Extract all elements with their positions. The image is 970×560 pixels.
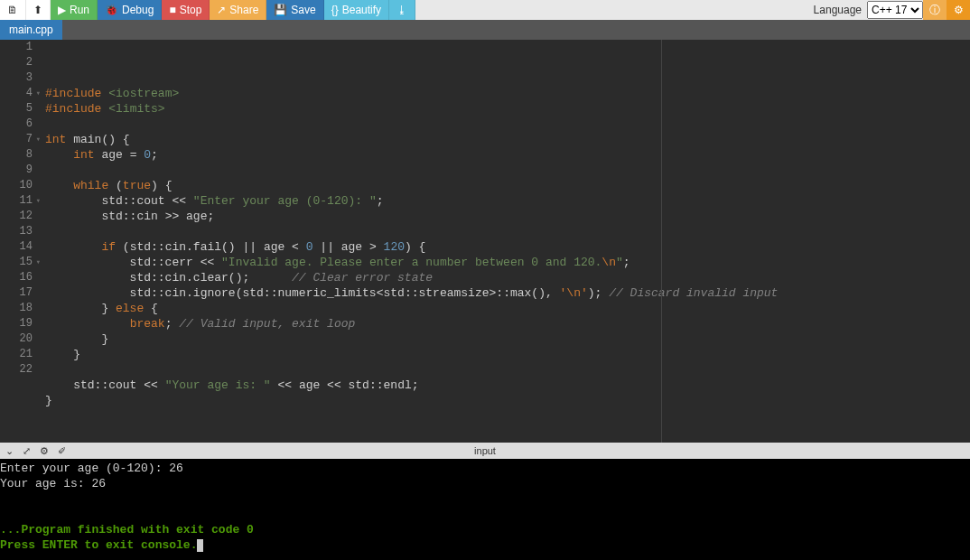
line-number: 2	[0, 55, 33, 70]
code-line: #include <iostream>	[45, 86, 970, 101]
line-number: 19	[0, 316, 33, 331]
console-exit-line: ...Program finished with exit code 0	[0, 523, 254, 537]
file-icon: 🗎	[7, 4, 18, 16]
tab-main-cpp[interactable]: main.cpp	[0, 20, 62, 40]
line-number: 18	[0, 301, 33, 316]
share-icon: ↗	[217, 4, 226, 16]
run-label: Run	[70, 4, 89, 16]
console-output[interactable]: Enter your age (0-120): 26 Your age is: …	[0, 459, 970, 560]
share-button[interactable]: ↗Share	[210, 0, 266, 20]
stop-icon: ■	[169, 4, 175, 16]
code-line: }	[45, 393, 970, 408]
bug-icon: 🐞	[105, 4, 118, 16]
toolbar-spacer	[415, 0, 808, 20]
gear-icon: ⚙	[954, 4, 964, 16]
save-icon: 💾	[274, 4, 287, 16]
line-number: 3	[0, 70, 33, 86]
code-line: break; // Valid input, exit loop	[45, 316, 970, 331]
line-number: 20	[0, 331, 33, 347]
new-file-button[interactable]: 🗎	[0, 0, 26, 20]
code-line	[45, 362, 970, 378]
line-number: 10	[0, 178, 33, 193]
line-number: 13	[0, 224, 33, 239]
line-number: 21	[0, 347, 33, 362]
code-line: std::cin >> age;	[45, 209, 970, 224]
download-icon: ⭳	[396, 4, 407, 16]
braces-icon: {}	[331, 4, 339, 16]
code-line: int main() {	[45, 132, 970, 147]
code-line: while (true) {	[45, 178, 970, 193]
code-line: }	[45, 331, 970, 347]
code-line	[45, 117, 970, 132]
save-button[interactable]: 💾Save	[266, 0, 323, 20]
info-icon: ⓘ	[929, 3, 940, 18]
line-number: 5	[0, 101, 33, 117]
code-line: }	[45, 347, 970, 362]
code-line	[45, 408, 970, 424]
collapse-button[interactable]: ⌄	[5, 445, 14, 457]
console-prompt-line: Press ENTER to exit console.	[0, 538, 197, 552]
clear-console-button[interactable]: ✐	[58, 445, 66, 457]
code-line: } else {	[45, 301, 970, 316]
line-number: 15	[0, 255, 33, 270]
line-gutter: 12345678910111213141516171819202122	[0, 40, 40, 443]
info-button[interactable]: ⓘ	[923, 0, 947, 20]
code-line	[45, 224, 970, 239]
line-number: 17	[0, 285, 33, 301]
console-header: ⌄ ⤢ ⚙ ✐ input	[0, 443, 970, 459]
code-line	[45, 163, 970, 178]
line-number: 4	[0, 86, 33, 101]
console-title: input	[474, 445, 496, 456]
line-number: 9	[0, 163, 33, 178]
tab-label: main.cpp	[9, 23, 53, 36]
line-number: 14	[0, 239, 33, 255]
code-editor[interactable]: 12345678910111213141516171819202122 #inc…	[0, 40, 970, 443]
console-line: Your age is: 26	[0, 477, 106, 490]
expand-button[interactable]: ⤢	[23, 445, 31, 457]
debug-button[interactable]: 🐞Debug	[98, 0, 162, 20]
code-line: #include <limits>	[45, 101, 970, 117]
code-line: std::cin.clear(); // Clear error state	[45, 270, 970, 285]
line-number: 6	[0, 117, 33, 132]
tab-bar: main.cpp	[0, 20, 970, 40]
download-button[interactable]: ⭳	[389, 0, 415, 20]
stop-label: Stop	[180, 4, 202, 16]
console-controls: ⌄ ⤢ ⚙ ✐	[0, 445, 71, 457]
beautify-button[interactable]: {}Beautify	[324, 0, 389, 20]
code-line: int age = 0;	[45, 147, 970, 163]
save-label: Save	[291, 4, 315, 16]
toolbar: 🗎 ⬆ ▶Run 🐞Debug ■Stop ↗Share 💾Save {}Bea…	[0, 0, 970, 20]
upload-icon: ⬆	[33, 4, 42, 16]
line-number: 16	[0, 270, 33, 285]
debug-label: Debug	[122, 4, 154, 16]
line-number: 7	[0, 132, 33, 147]
line-number: 22	[0, 362, 33, 378]
line-number: 1	[0, 40, 33, 55]
code-line: std::cout << "Your age is: " << age << s…	[45, 378, 970, 393]
code-line: if (std::cin.fail() || age < 0 || age > …	[45, 239, 970, 255]
console-settings-button[interactable]: ⚙	[40, 445, 49, 457]
line-number: 12	[0, 209, 33, 224]
language-label: Language	[808, 0, 867, 20]
print-margin	[661, 40, 662, 443]
line-number: 11	[0, 193, 33, 209]
code-area[interactable]: #include <iostream>#include <limits>int …	[40, 40, 970, 443]
console-cursor	[197, 539, 203, 552]
line-number: 8	[0, 147, 33, 163]
console-line: Enter your age (0-120): 26	[0, 462, 183, 475]
settings-button[interactable]: ⚙	[947, 0, 970, 20]
share-label: Share	[229, 4, 258, 16]
code-line: std::cerr << "Invalid age. Please enter …	[45, 255, 970, 270]
upload-button[interactable]: ⬆	[26, 0, 51, 20]
language-select[interactable]: C++ 17	[867, 1, 923, 19]
play-icon: ▶	[58, 4, 66, 16]
code-line: std::cout << "Enter your age (0-120): ";	[45, 193, 970, 209]
beautify-label: Beautify	[342, 4, 381, 16]
run-button[interactable]: ▶Run	[51, 0, 98, 20]
code-line: std::cin.ignore(std::numeric_limits<std:…	[45, 285, 970, 301]
stop-button[interactable]: ■Stop	[162, 0, 210, 20]
